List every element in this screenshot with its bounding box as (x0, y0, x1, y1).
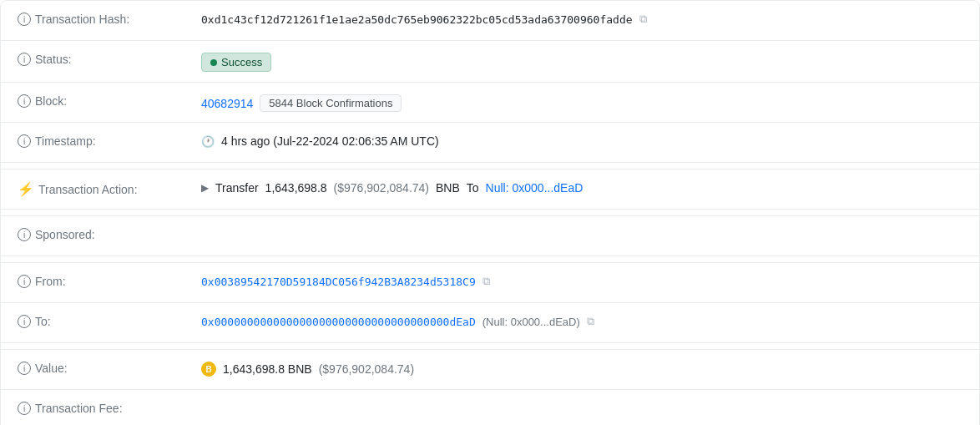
copy-to-icon[interactable]: ⧉ (587, 315, 594, 328)
bnb-icon: B (201, 362, 216, 377)
info-icon-value: i (18, 362, 31, 375)
copy-hash-icon[interactable]: ⧉ (639, 13, 647, 26)
timestamp-value: 🕐 4 hrs ago (Jul-22-2024 02:06:35 AM UTC… (201, 133, 962, 148)
action-to-label: To (467, 181, 479, 195)
value-usd: ($976,902,084.74) (319, 362, 414, 376)
action-amount: 1,643,698.8 (265, 181, 327, 195)
block-confirmations-badge: 5844 Block Confirmations (260, 94, 402, 112)
copy-from-icon[interactable]: ⧉ (482, 275, 490, 288)
info-icon-status: i (18, 53, 31, 66)
transaction-hash-label: i Transaction Hash: (18, 11, 201, 26)
spacer-2 (1, 210, 979, 216)
action-currency: BNB (436, 181, 460, 195)
sponsored-row: i Sponsored: (1, 216, 979, 256)
transaction-hash-row: i Transaction Hash: 0xd1c43cf12d721261f1… (1, 1, 979, 41)
arrow-icon: ▶ (201, 182, 209, 194)
timestamp-row: i Timestamp: 🕐 4 hrs ago (Jul-22-2024 02… (1, 123, 979, 163)
to-row: i To: 0x00000000000000000000000000000000… (1, 303, 979, 343)
value-value: B 1,643,698.8 BNB ($976,902,084.74) (201, 360, 962, 377)
transaction-action-label: ⚡ Transaction Action: (18, 180, 201, 197)
status-badge: Success (201, 53, 271, 72)
status-label: i Status: (18, 51, 201, 66)
to-address-link[interactable]: 0x000000000000000000000000000000000000dE… (201, 316, 476, 328)
transaction-action-value: ▶ Transfer 1,643,698.8 ($976,902,084.74)… (201, 180, 962, 195)
action-transfer-text: Transfer (215, 181, 259, 195)
transaction-hash-value: 0xd1c43cf12d721261f1e1ae2a50dc765eb90623… (201, 11, 962, 26)
info-icon-timestamp: i (18, 134, 31, 148)
to-label: i To: (18, 313, 201, 328)
value-label: i Value: (18, 360, 201, 375)
block-number-link[interactable]: 40682914 (201, 97, 253, 110)
info-icon-fee: i (18, 402, 31, 415)
value-amount: 1,643,698.8 BNB (223, 362, 312, 376)
block-row: i Block: 40682914 5844 Block Confirmatio… (1, 83, 979, 123)
status-value: Success (201, 51, 962, 72)
from-row: i From: 0x00389542170D59184DC056f942B3A8… (1, 263, 979, 303)
timestamp-text: 4 hrs ago (Jul-22-2024 02:06:35 AM UTC) (221, 134, 439, 148)
lightning-icon: ⚡ (18, 181, 34, 197)
status-dot (210, 59, 217, 66)
sponsored-value (201, 226, 962, 228)
hash-text: 0xd1c43cf12d721261f1e1ae2a50dc765eb90623… (201, 13, 633, 26)
transaction-fee-value (201, 400, 962, 402)
transaction-fee-label: i Transaction Fee: (18, 400, 201, 415)
to-null-label: (Null: 0x000...dEaD) (482, 316, 580, 328)
info-icon-sponsored: i (18, 228, 31, 241)
spacer-1 (1, 163, 979, 169)
to-value: 0x000000000000000000000000000000000000dE… (201, 313, 962, 328)
action-usd: ($976,902,084.74) (334, 181, 429, 195)
transaction-action-row: ⚡ Transaction Action: ▶ Transfer 1,643,6… (1, 169, 979, 210)
timestamp-label: i Timestamp: (18, 133, 201, 148)
clock-icon: 🕐 (201, 135, 215, 148)
sponsored-label: i Sponsored: (18, 226, 201, 241)
from-address-link[interactable]: 0x00389542170D59184DC056f942B3A8234d5318… (201, 276, 476, 288)
transaction-fee-row: i Transaction Fee: (1, 390, 979, 425)
from-value: 0x00389542170D59184DC056f942B3A8234d5318… (201, 273, 962, 288)
value-row: i Value: B 1,643,698.8 BNB ($976,902,084… (1, 350, 979, 390)
spacer-4 (1, 343, 979, 350)
info-icon-to: i (18, 315, 31, 328)
null-address-link[interactable]: Null: 0x000...dEaD (486, 181, 583, 195)
spacer-3 (1, 256, 979, 263)
block-label: i Block: (18, 93, 201, 108)
info-icon-block: i (18, 94, 31, 108)
status-row: i Status: Success (1, 41, 979, 83)
info-icon-from: i (18, 275, 31, 288)
block-value: 40682914 5844 Block Confirmations (201, 93, 962, 112)
info-icon-hash: i (18, 13, 31, 26)
from-label: i From: (18, 273, 201, 288)
